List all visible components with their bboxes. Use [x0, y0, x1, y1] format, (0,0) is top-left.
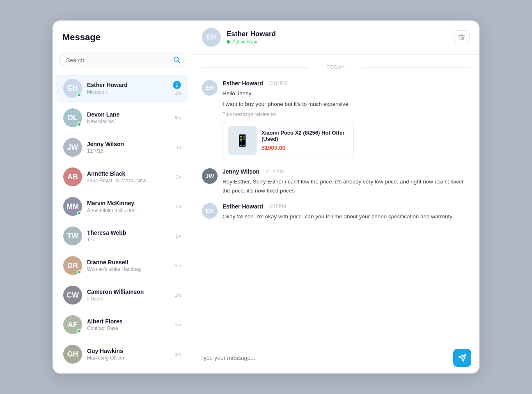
avatar-wrap-cameron-williamson: CW	[63, 286, 82, 305]
avatar-wrap-theresa-webb: TW	[63, 227, 82, 245]
online-indicator-dianne-russell	[77, 270, 81, 274]
msg-meta-3: Esther Howard · 3:15PM	[222, 203, 470, 210]
contact-name-theresa-webb: Theresa Webb	[87, 229, 170, 236]
msg-time-1: · 3:10 PM	[266, 80, 287, 86]
sidebar-header: Message	[53, 21, 192, 49]
product-image: 📱	[228, 126, 257, 155]
online-indicator-esther-howard	[77, 93, 81, 97]
contact-item-albert-flores[interactable]: AFAlbert FloresContract Base1m	[56, 310, 188, 339]
chat-panel: EH Esther Howard Active Now TODAY	[192, 21, 479, 373]
msg-sender-1: Esther Howard	[222, 80, 263, 87]
contact-time-dianne-russell: 1m	[175, 263, 181, 268]
product-card: 📱 Xiaomi Poco X2 (8/256) Hot Offer (Used…	[222, 121, 354, 160]
contact-meta-cameron-williamson: 1m	[175, 293, 181, 298]
contact-sub-devon-lane: New Mexico	[87, 119, 170, 124]
avatar-wrap-marvin-mckinney: MM	[63, 197, 82, 216]
msg-avatar-esther2: EH	[202, 203, 218, 219]
badge-esther-howard: 1	[173, 81, 181, 89]
contact-info-annette-black: Annette Black2464 Royal Ln. Mesa, New...	[87, 170, 171, 183]
msg-sender-3: Esther Howard	[222, 203, 263, 210]
chat-messages: TODAY EH Esther Howard · 3:10 PM Hello J…	[192, 55, 479, 342]
contact-sub-guy-hawkins: Marketing Officer	[87, 355, 170, 361]
msg-meta-1: Esther Howard · 3:10 PM	[222, 80, 470, 87]
message-input[interactable]	[200, 355, 448, 361]
chat-header: EH Esther Howard Active Now	[192, 21, 479, 55]
contact-info-cameron-williamson: Cameron Williamson2 hours	[87, 289, 170, 302]
chat-header-avatar: EH	[202, 28, 221, 47]
contact-name-dianne-russell: Dianne Russell	[87, 259, 170, 266]
contact-info-guy-hawkins: Guy HawkinsMarketing Officer	[87, 348, 170, 361]
contact-time-devon-lane: 5m	[175, 115, 181, 120]
contact-info-albert-flores: Albert FloresContract Base	[87, 318, 170, 331]
contact-item-dianne-russell[interactable]: DRDianne RussellWomen's white Handbag1m	[56, 251, 188, 280]
sidebar: Message EHEsther HowardMicrosoft11mDLDev…	[53, 21, 192, 373]
online-indicator-devon-lane	[77, 122, 81, 126]
contact-item-cameron-williamson[interactable]: CWCameron Williamson2 hours1m	[56, 281, 188, 309]
contact-sub-dianne-russell: Women's white Handbag	[87, 266, 170, 272]
product-name: Xiaomi Poco X2 (8/256) Hot Offer (Used)	[261, 130, 349, 142]
contact-info-marvin-mckinney: Marvin McKinneyAmet minim mollit non.	[87, 200, 171, 213]
contact-sub-marvin-mckinney: Amet minim mollit non.	[87, 207, 171, 213]
contact-meta-albert-flores: 1m	[175, 322, 181, 327]
chat-input-area	[192, 342, 479, 373]
contact-time-esther-howard: 1m	[175, 91, 181, 96]
contact-item-marvin-mckinney[interactable]: MMMarvin McKinneyAmet minim mollit non.2…	[56, 192, 188, 221]
avatar-cameron-williamson: CW	[63, 286, 82, 305]
contact-name-annette-black: Annette Black	[87, 170, 171, 177]
contact-name-devon-lane: Devon Lane	[87, 111, 170, 118]
contact-item-theresa-webb[interactable]: TWTheresa Webb1771w	[56, 222, 188, 250]
send-button[interactable]	[453, 349, 471, 367]
msg-text-3: Okay Wilson. i'm okay with price. can yo…	[222, 212, 470, 221]
contact-item-guy-hawkins[interactable]: GHGuy HawkinsMarketing Officer2m	[56, 340, 188, 369]
contact-meta-annette-black: 2h	[176, 174, 181, 179]
contact-item-esther-howard[interactable]: EHEsther HowardMicrosoft11m	[56, 74, 188, 103]
message-row: JW Jenny Wilson · 3:14 PM Hey Esther, So…	[202, 168, 470, 195]
contact-time-theresa-webb: 1w	[175, 234, 181, 238]
avatar-wrap-guy-hawkins: GH	[63, 345, 82, 364]
contact-item-devon-lane[interactable]: DLDevon LaneNew Mexico5m	[56, 103, 188, 132]
contact-info-esther-howard: Esther HowardMicrosoft	[87, 82, 168, 95]
app-container: Message EHEsther HowardMicrosoft11mDLDev…	[53, 21, 479, 373]
contact-time-cameron-williamson: 1m	[175, 293, 181, 298]
avatar-guy-hawkins: GH	[63, 345, 82, 364]
msg-avatar-jenny: JW	[202, 168, 218, 184]
contact-meta-guy-hawkins: 2m	[175, 352, 181, 357]
product-price: $1900.00	[261, 144, 349, 151]
contact-item-jenny-wilson[interactable]: JWJenny Wilson11/7/161h	[56, 133, 188, 162]
online-dot	[227, 40, 230, 44]
contact-info-theresa-webb: Theresa Webb177	[87, 229, 170, 243]
contact-sub-theresa-webb: 177	[87, 237, 170, 243]
avatar-theresa-webb: TW	[63, 227, 82, 245]
contact-sub-annette-black: 2464 Royal Ln. Mesa, New...	[87, 178, 171, 183]
contact-time-albert-flores: 1m	[175, 322, 181, 327]
sidebar-title: Message	[62, 32, 182, 43]
contact-item-annette-black[interactable]: ABAnnette Black2464 Royal Ln. Mesa, New.…	[56, 163, 188, 191]
contact-name-jenny-wilson: Jenny Wilson	[87, 141, 171, 147]
avatar-annette-black: AB	[63, 167, 82, 186]
contact-meta-theresa-webb: 1w	[175, 234, 181, 238]
contact-sub-cameron-williamson: 2 hours	[87, 296, 170, 302]
product-info: Xiaomi Poco X2 (8/256) Hot Offer (Used) …	[261, 130, 349, 151]
contact-meta-esther-howard: 11m	[173, 81, 181, 96]
delete-button[interactable]	[454, 30, 470, 44]
contact-sub-albert-flores: Contract Base	[87, 325, 170, 331]
message-row: EH Esther Howard · 3:10 PM Hello Jenny, …	[202, 80, 470, 160]
contact-meta-marvin-mckinney: 2d	[176, 204, 181, 209]
contact-name-marvin-mckinney: Marvin McKinney	[87, 200, 171, 206]
contact-item-jerome-bell[interactable]: JBJerome Bell	[56, 369, 188, 373]
avatar-wrap-devon-lane: DL	[63, 108, 82, 127]
msg-meta-2: Jenny Wilson · 3:14 PM	[222, 168, 470, 175]
contact-time-jenny-wilson: 1h	[176, 145, 181, 150]
search-input[interactable]	[59, 53, 185, 68]
avatar-wrap-jenny-wilson: JW	[63, 138, 82, 157]
msg-avatar-esther: EH	[202, 80, 218, 96]
contact-name-esther-howard: Esther Howard	[87, 82, 168, 88]
contact-info-devon-lane: Devon LaneNew Mexico	[87, 111, 170, 124]
date-separator: TODAY	[202, 64, 470, 70]
contact-time-guy-hawkins: 2m	[175, 352, 181, 357]
contact-name-cameron-williamson: Cameron Williamson	[87, 289, 170, 295]
search-icon	[173, 56, 180, 65]
avatar-jenny-wilson: JW	[63, 138, 82, 157]
contact-info-dianne-russell: Dianne RussellWomen's white Handbag	[87, 259, 170, 272]
msg-content-1: Esther Howard · 3:10 PM Hello Jenny, I w…	[222, 80, 470, 160]
